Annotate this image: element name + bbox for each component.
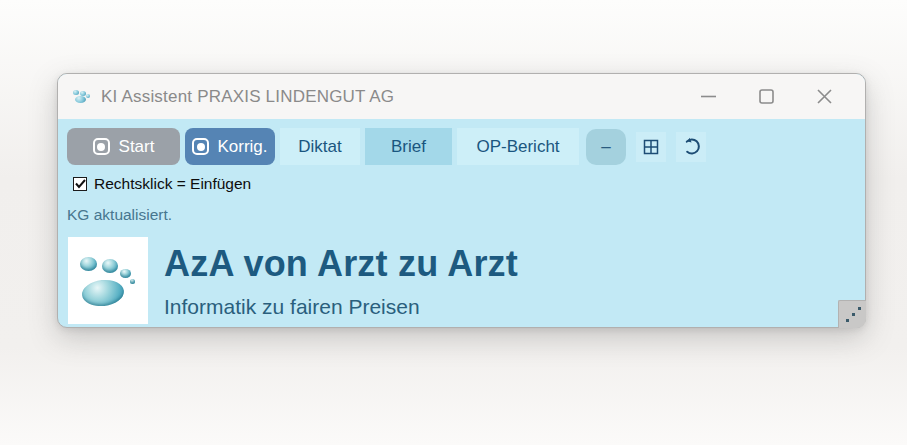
app-window: KI Assistent PRAXIS LINDENGUT AG xyxy=(57,73,866,328)
minimize-icon xyxy=(701,95,716,98)
maximize-icon xyxy=(759,89,774,104)
rightclick-checkbox-label: Rechtsklick = Einfügen xyxy=(94,175,251,193)
close-button[interactable] xyxy=(795,74,853,119)
minus-small-button[interactable]: – xyxy=(586,129,626,165)
window-title: KI Assistent PRAXIS LINDENGUT AG xyxy=(101,87,394,107)
titlebar[interactable]: KI Assistent PRAXIS LINDENGUT AG xyxy=(58,74,865,119)
resize-grip[interactable] xyxy=(838,300,866,328)
brief-button-label: Brief xyxy=(391,137,426,157)
aza-logo xyxy=(68,237,148,324)
diktat-button[interactable]: Diktat xyxy=(280,128,360,165)
korrig-button-label: Korrig. xyxy=(217,137,267,157)
diktat-button-label: Diktat xyxy=(298,137,341,157)
start-button[interactable]: Start xyxy=(67,128,180,165)
close-icon xyxy=(817,89,832,104)
brand-heading: AzA von Arzt zu Arzt xyxy=(164,243,518,285)
korrig-button[interactable]: Korrig. xyxy=(185,128,275,165)
refresh-icon xyxy=(682,137,701,156)
maximize-button[interactable] xyxy=(737,74,795,119)
checkmark-icon xyxy=(75,179,86,189)
toolbar: Start Korrig. Diktat Brief OP-Bericht – xyxy=(67,128,856,165)
app-logo-icon xyxy=(72,89,92,105)
brief-button[interactable]: Brief xyxy=(365,128,452,165)
rightclick-paste-option[interactable]: Rechtsklick = Einfügen xyxy=(73,175,856,193)
brand-text: AzA von Arzt zu Arzt Informatik zu faire… xyxy=(164,237,518,324)
minimize-button[interactable] xyxy=(679,74,737,119)
record-icon xyxy=(93,138,110,155)
op-bericht-button-label: OP-Bericht xyxy=(476,137,559,157)
window-content: Start Korrig. Diktat Brief OP-Bericht – xyxy=(58,119,865,329)
status-text: KG aktualisiert. xyxy=(67,206,856,224)
rightclick-checkbox[interactable] xyxy=(73,177,87,191)
window-controls xyxy=(679,74,865,119)
start-button-label: Start xyxy=(119,137,155,157)
refresh-button[interactable] xyxy=(676,132,706,162)
brand-subtitle: Informatik zu fairen Preisen xyxy=(164,295,518,319)
grid-button[interactable] xyxy=(636,132,666,162)
minus-icon: – xyxy=(601,137,610,157)
desktop-background: KI Assistent PRAXIS LINDENGUT AG xyxy=(0,0,907,445)
brand-row: AzA von Arzt zu Arzt Informatik zu faire… xyxy=(68,237,856,324)
record-icon xyxy=(192,138,209,155)
op-bericht-button[interactable]: OP-Bericht xyxy=(457,128,579,165)
grid-icon xyxy=(643,139,659,155)
